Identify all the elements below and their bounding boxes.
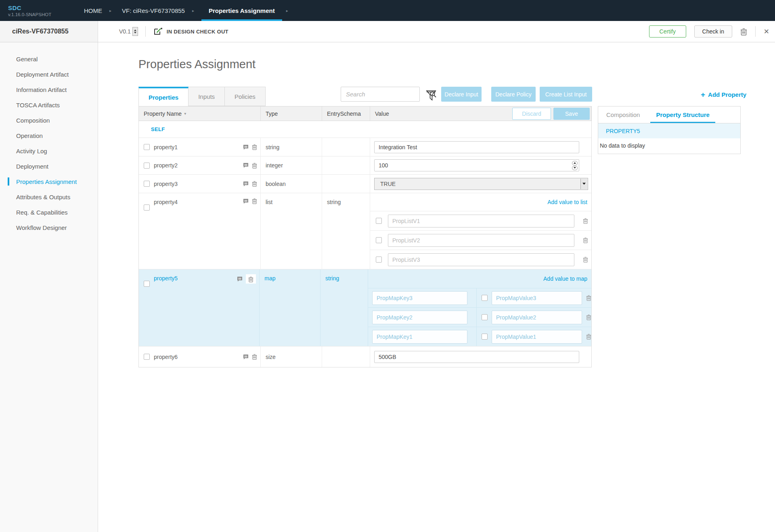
- trash-icon[interactable]: [586, 334, 591, 340]
- list-item-checkbox[interactable]: [376, 218, 382, 224]
- map-entry-checkbox[interactable]: [482, 334, 488, 340]
- tab-inputs[interactable]: Inputs: [189, 87, 225, 106]
- map-key-input[interactable]: [372, 330, 467, 344]
- sidebar-item-attributes-outputs[interactable]: Attributes & Outputs: [0, 189, 98, 204]
- check-in-button[interactable]: Check in: [694, 25, 732, 38]
- list-value-input[interactable]: [388, 253, 574, 266]
- comment-icon[interactable]: [243, 354, 249, 360]
- comment-icon[interactable]: [243, 144, 249, 150]
- comment-icon[interactable]: [237, 276, 243, 282]
- breadcrumb-vf[interactable]: VF: ciRes-VF67370855: [119, 7, 188, 14]
- list-value-row: [370, 211, 591, 230]
- trash-icon[interactable]: [252, 354, 257, 360]
- trash-icon[interactable]: [252, 198, 257, 204]
- tab-properties[interactable]: Properties: [138, 87, 189, 106]
- comment-icon[interactable]: [243, 198, 249, 204]
- list-value-input[interactable]: [388, 215, 574, 227]
- row-checkbox[interactable]: [144, 163, 150, 169]
- close-button[interactable]: ✕: [764, 27, 769, 36]
- sidebar-item-deployment-artifact[interactable]: Deployment Artifact: [0, 67, 98, 82]
- tab-policies[interactable]: Policies: [225, 87, 266, 106]
- dropdown-arrow-icon: [580, 179, 587, 189]
- row-checkbox[interactable]: [144, 181, 150, 187]
- trash-icon[interactable]: [586, 295, 591, 301]
- trash-icon[interactable]: [583, 257, 588, 263]
- sidebar-item-activity-log[interactable]: Activity Log: [0, 143, 98, 159]
- breadcrumb-properties-assignment[interactable]: Properties Assignment: [201, 0, 282, 21]
- map-entry-checkbox[interactable]: [482, 295, 488, 301]
- trash-icon[interactable]: [586, 314, 591, 320]
- map-value-input[interactable]: [492, 311, 582, 324]
- property3-value-select[interactable]: TRUE: [374, 178, 588, 190]
- header-actions: Certify Check in ✕: [649, 25, 775, 38]
- property6-value-input[interactable]: [374, 351, 579, 363]
- breadcrumb-home[interactable]: HOME: [81, 7, 105, 14]
- comment-icon[interactable]: [243, 163, 249, 168]
- status-text: IN DESIGN CHECK OUT: [167, 29, 228, 35]
- save-button[interactable]: Save: [553, 108, 590, 120]
- active-indicator: [8, 177, 9, 186]
- selected-property-row[interactable]: PROPERTY5: [598, 123, 740, 138]
- map-value-input[interactable]: [492, 330, 582, 344]
- trash-icon[interactable]: [583, 237, 588, 243]
- map-entry-checkbox[interactable]: [482, 314, 488, 320]
- sidebar-item-operation[interactable]: Operation: [0, 128, 98, 143]
- map-value-input[interactable]: [492, 291, 582, 305]
- certify-button[interactable]: Certify: [649, 25, 686, 38]
- property2-value-input[interactable]: [374, 159, 579, 171]
- map-key-input[interactable]: [372, 291, 467, 305]
- sidebar-item-req-capabilities[interactable]: Req. & Capabilities: [0, 204, 98, 220]
- table-row-property3: property3 boolean TRUE: [139, 175, 591, 193]
- breadcrumb-active-label: Properties Assignment: [209, 7, 275, 14]
- delete-entity-button[interactable]: [740, 28, 747, 35]
- trash-icon[interactable]: [246, 274, 256, 284]
- map-entry-row: [368, 288, 591, 307]
- trash-icon[interactable]: [252, 163, 257, 169]
- sidebar-item-composition[interactable]: Composition: [0, 113, 98, 128]
- list-item-checkbox[interactable]: [376, 237, 382, 243]
- table-row-property6: property6 size: [139, 346, 591, 367]
- add-value-to-list-link[interactable]: Add value to list: [547, 199, 587, 205]
- trash-icon: [740, 28, 747, 35]
- sidebar-item-tosca-artifacts[interactable]: TOSCA Artifacts: [0, 97, 98, 113]
- trash-icon[interactable]: [252, 144, 257, 150]
- filter-funnel-icon[interactable]: [426, 90, 436, 101]
- trash-icon[interactable]: [252, 181, 257, 187]
- row-checkbox[interactable]: [144, 281, 150, 287]
- search-input[interactable]: [341, 91, 429, 98]
- sidebar-item-workflow-designer[interactable]: Workflow Designer: [0, 220, 98, 235]
- column-entryschema: EntrySchema: [322, 106, 370, 121]
- row-checkbox[interactable]: [144, 144, 150, 150]
- create-list-input-button[interactable]: Create List Input: [540, 87, 592, 102]
- declare-input-button[interactable]: Declare Input: [441, 87, 482, 102]
- version-spinner-icon[interactable]: [132, 27, 138, 36]
- add-property-button[interactable]: + Add Property: [701, 91, 746, 98]
- column-property-name[interactable]: Property Name ▾: [139, 106, 261, 121]
- divider: [145, 26, 146, 37]
- comment-icon[interactable]: [243, 181, 249, 187]
- trash-icon[interactable]: [583, 218, 588, 224]
- property1-value-input[interactable]: [374, 141, 579, 153]
- sidebar-item-general[interactable]: General: [0, 51, 98, 67]
- page-title: Properties Assignment: [138, 58, 256, 71]
- stepper-up-icon[interactable]: [572, 161, 578, 165]
- list-item-checkbox[interactable]: [376, 257, 382, 263]
- sort-caret-icon: ▾: [184, 111, 186, 116]
- sidebar-item-properties-assignment[interactable]: Properties Assignment: [0, 174, 98, 189]
- sidebar-item-deployment[interactable]: Deployment: [0, 159, 98, 174]
- app-logo[interactable]: SDC v.1.16.0-SNAPSHOT: [0, 4, 81, 17]
- map-key-input[interactable]: [372, 311, 467, 324]
- sidebar-item-information-artifact[interactable]: Information Artifact: [0, 82, 98, 97]
- add-value-to-map-link[interactable]: Add value to map: [543, 275, 587, 282]
- tab-property-structure[interactable]: Property Structure: [648, 106, 718, 123]
- tab-composition[interactable]: Composition: [598, 106, 648, 123]
- declare-policy-button[interactable]: Declare Policy: [491, 87, 536, 102]
- stepper-down-icon[interactable]: [572, 166, 578, 170]
- version-selector[interactable]: V0.1: [119, 27, 138, 36]
- discard-button[interactable]: Discard: [512, 108, 551, 120]
- row-checkbox[interactable]: [144, 204, 150, 211]
- number-stepper[interactable]: [572, 161, 578, 170]
- self-group-row[interactable]: SELF: [139, 121, 591, 138]
- row-checkbox[interactable]: [144, 354, 150, 360]
- list-value-input[interactable]: [388, 234, 574, 247]
